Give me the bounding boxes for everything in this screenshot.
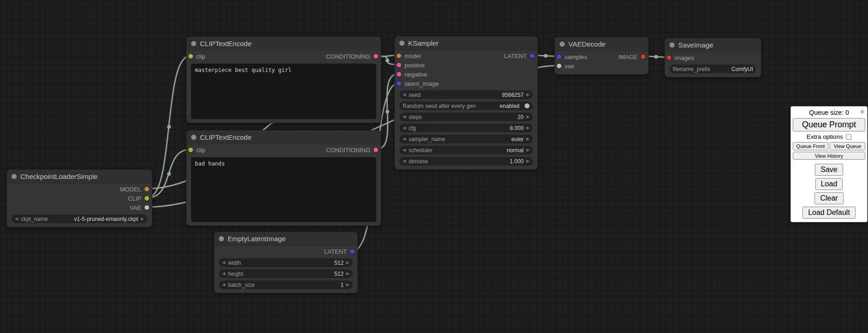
decrement-arrow-icon[interactable]: ◀	[403, 93, 406, 97]
widget-value: 512	[334, 271, 344, 277]
widget-batch-size[interactable]: ◀ batch_size 1 ▶	[219, 280, 353, 289]
output-slot-vae[interactable]	[145, 205, 149, 210]
decrement-arrow-icon[interactable]: ◀	[403, 115, 406, 119]
widget-ckpt-name[interactable]: ◀ ckpt_name v1-5-pruned-emaonly.ckpt ▶	[12, 214, 147, 223]
widget-value: normal	[506, 147, 524, 154]
input-slot-negative[interactable]	[397, 72, 401, 77]
node-title: EmptyLatentImage	[228, 235, 286, 243]
node-empty-latent-image[interactable]: EmptyLatentImage LATENT ◀ width 512 ▶ ◀ …	[214, 232, 358, 293]
save-button[interactable]: Save	[815, 164, 843, 176]
node-title-bar[interactable]: CheckpointLoaderSimple	[7, 170, 152, 184]
decrement-arrow-icon[interactable]: ◀	[403, 148, 406, 152]
queue-prompt-button[interactable]: Queue Prompt	[793, 118, 865, 131]
widget-value: 8.000	[510, 125, 524, 131]
output-label: MODEL	[120, 186, 141, 193]
settings-icon[interactable]: ✳	[860, 108, 865, 115]
collapse-dot-icon[interactable]	[219, 236, 224, 241]
decrement-arrow-icon[interactable]: ◀	[222, 261, 225, 265]
widget-filename-prefix[interactable]: filename_prefix ComfyUI	[669, 65, 756, 73]
node-title-bar[interactable]: EmptyLatentImage	[214, 232, 357, 246]
output-slot-clip[interactable]	[145, 196, 149, 201]
widget-width[interactable]: ◀ width 512 ▶	[219, 258, 353, 267]
increment-arrow-icon[interactable]: ▶	[141, 217, 144, 221]
collapse-dot-icon[interactable]	[669, 42, 675, 48]
output-slot-image[interactable]	[641, 54, 645, 59]
node-ksampler[interactable]: KSampler model LATENT positive	[394, 36, 538, 170]
increment-arrow-icon[interactable]: ▶	[346, 272, 350, 276]
view-history-button[interactable]: View History	[793, 152, 865, 160]
node-clip-text-encode-negative[interactable]: CLIPTextEncode clip CONDITIONING bad han…	[186, 130, 381, 226]
widget-label: seed	[409, 92, 421, 98]
output-slot-model[interactable]	[145, 187, 149, 191]
decrement-arrow-icon[interactable]: ◀	[403, 159, 406, 163]
node-title-bar[interactable]: CLIPTextEncode	[187, 37, 381, 51]
input-slot-samples[interactable]	[557, 54, 561, 59]
load-button[interactable]: Load	[815, 178, 843, 190]
node-title-bar[interactable]: CLIPTextEncode	[187, 131, 381, 144]
node-save-image[interactable]: SaveImage images filename_prefix ComfyUI	[664, 38, 761, 77]
positive-prompt-textarea[interactable]: masterpiece best quality girl	[191, 64, 376, 119]
widget-steps[interactable]: ◀ steps 20 ▶	[399, 113, 533, 121]
queue-front-button[interactable]: Queue Front	[793, 142, 828, 150]
collapse-dot-icon[interactable]	[191, 41, 196, 46]
increment-arrow-icon[interactable]: ▶	[526, 93, 530, 97]
increment-arrow-icon[interactable]: ▶	[526, 115, 530, 119]
comfy-menu-panel[interactable]: Queue size: 0 ✳ Queue Prompt Extra optio…	[790, 106, 868, 222]
output-slot-latent[interactable]	[350, 249, 355, 254]
collapse-dot-icon[interactable]	[12, 174, 17, 179]
widget-sampler-name[interactable]: ◀ sampler_name euler ▶	[399, 135, 533, 143]
widget-height[interactable]: ◀ height 512 ▶	[219, 269, 353, 278]
output-label: CLIP	[128, 195, 141, 202]
node-title-bar[interactable]: KSampler	[395, 36, 537, 50]
output-label: LATENT	[504, 53, 527, 59]
increment-arrow-icon[interactable]: ▶	[346, 261, 350, 265]
input-slot-clip[interactable]	[188, 148, 193, 152]
node-vae-decode[interactable]: VAEDecode samples IMAGE vae	[555, 37, 649, 75]
widget-denoise[interactable]: ◀ denoise 1.000 ▶	[399, 157, 533, 166]
input-slot-positive[interactable]	[397, 63, 401, 67]
clear-button[interactable]: Clear	[814, 192, 843, 204]
node-clip-text-encode-positive[interactable]: CLIPTextEncode clip CONDITIONING masterp…	[186, 36, 381, 123]
input-slot-latent-image[interactable]	[397, 81, 401, 86]
view-queue-button[interactable]: View Queue	[830, 142, 865, 150]
increment-arrow-icon[interactable]: ▶	[526, 126, 530, 130]
input-slot-clip[interactable]	[188, 54, 193, 59]
collapse-dot-icon[interactable]	[191, 135, 196, 140]
decrement-arrow-icon[interactable]: ◀	[403, 126, 406, 130]
widget-seed[interactable]: ◀ seed 8566257 ▶	[399, 90, 533, 99]
input-label: model	[404, 53, 421, 59]
node-graph-canvas[interactable]: CheckpointLoaderSimple MODEL CLIP VAE	[0, 0, 868, 333]
widget-value: enabled	[500, 103, 519, 109]
widget-label: sampler_name	[409, 136, 445, 143]
node-checkpoint-loader-simple[interactable]: CheckpointLoaderSimple MODEL CLIP VAE	[6, 169, 152, 227]
increment-arrow-icon[interactable]: ▶	[526, 137, 530, 141]
decrement-arrow-icon[interactable]: ◀	[222, 283, 225, 287]
negative-prompt-textarea[interactable]: bad hands	[191, 157, 376, 222]
decrement-arrow-icon[interactable]: ◀	[15, 217, 18, 221]
load-default-button[interactable]: Load Default	[802, 207, 856, 219]
increment-arrow-icon[interactable]: ▶	[526, 148, 530, 152]
node-title-bar[interactable]: VAEDecode	[555, 37, 648, 51]
widget-cfg[interactable]: ◀ cfg 8.000 ▶	[399, 124, 533, 132]
link-midpoint-dot	[167, 172, 171, 176]
input-slot-model[interactable]	[397, 54, 401, 58]
input-slot-images[interactable]	[667, 55, 671, 60]
widget-scheduler[interactable]: ◀ scheduler normal ▶	[399, 146, 533, 155]
link-midpoint-dot	[386, 110, 389, 113]
increment-arrow-icon[interactable]: ▶	[346, 283, 350, 287]
increment-arrow-icon[interactable]: ▶	[526, 159, 530, 163]
input-label: images	[675, 54, 694, 61]
input-slot-vae[interactable]	[557, 64, 561, 68]
link-midpoint-dot	[167, 125, 171, 129]
output-slot-conditioning[interactable]	[374, 54, 378, 59]
output-slot-conditioning[interactable]	[374, 148, 378, 152]
widget-seed-control[interactable]: Random seed after every gen enabled	[399, 101, 533, 110]
node-title-bar[interactable]: SaveImage	[665, 38, 761, 52]
collapse-dot-icon[interactable]	[399, 41, 404, 46]
decrement-arrow-icon[interactable]: ◀	[403, 137, 406, 141]
collapse-dot-icon[interactable]	[560, 42, 565, 47]
output-slot-latent[interactable]	[530, 54, 535, 58]
extra-options-checkbox[interactable]	[846, 134, 851, 140]
seed-control-toggle-icon[interactable]	[524, 103, 530, 108]
decrement-arrow-icon[interactable]: ◀	[222, 272, 225, 276]
